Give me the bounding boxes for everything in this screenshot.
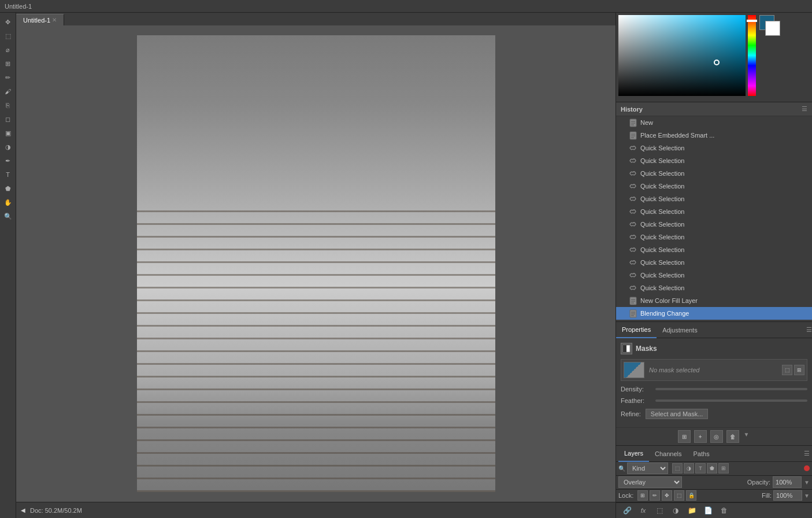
history-icon-12 [628,270,638,280]
props-action-view[interactable]: ◎ [710,430,723,443]
layer-link-btn[interactable]: 🔗 [621,504,633,517]
density-row: Density: [621,386,807,393]
canvas-image [137,35,495,492]
filter-type-icon[interactable]: T [695,463,706,473]
history-item-12[interactable]: Quick Selection [616,269,812,282]
layer-mask-btn[interactable]: ⬚ [653,504,666,517]
history-label-7: Quick Selection [640,208,684,215]
layer-folder-btn[interactable]: 📁 [685,504,698,517]
mask-btn-pixel[interactable]: ⬚ [782,365,792,375]
layer-new-btn[interactable]: 📄 [702,504,714,517]
layer-delete-btn[interactable]: 🗑 [718,504,731,517]
properties-actions: ⊞ + ◎ 🗑 ▼ [616,427,812,445]
lock-artboard-btn[interactable]: ⬚ [674,490,684,501]
pen-tool[interactable]: ✒ [2,154,14,167]
layer-adjustment-btn[interactable]: ◑ [669,504,682,517]
filter-pixel-icon[interactable]: ⬚ [672,463,683,473]
props-scroll-down[interactable]: ▼ [743,430,751,443]
layer-fx-btn[interactable]: fx [637,504,650,517]
eraser-tool[interactable]: ◻ [2,113,14,125]
tab-properties[interactable]: Properties [616,322,657,338]
history-item-14[interactable]: New Color Fill Layer [616,294,812,307]
tab-paths[interactable]: Paths [688,446,715,462]
history-item-15[interactable]: Blending Change [616,307,812,320]
lock-label: Lock: [618,492,633,499]
fill-dropdown[interactable]: ▼ [804,493,810,499]
select-and-mask-button[interactable]: Select and Mask... [646,409,709,419]
dodge-tool[interactable]: ◑ [2,140,14,153]
blend-mode-select[interactable]: Overlay Normal Multiply Screen Soft Ligh… [618,476,682,488]
zoom-tool[interactable]: 🔍 [2,210,14,223]
lock-all-btn[interactable]: 🔒 [686,490,696,501]
history-item-7[interactable]: Quick Selection [616,205,812,218]
foreground-background-swatches[interactable] [759,15,780,36]
lock-transparent-btn[interactable]: ⊞ [637,490,648,501]
props-action-add[interactable]: + [694,430,707,443]
tab-layers[interactable]: Layers [618,446,649,462]
history-item-6[interactable]: Quick Selection [616,193,812,205]
history-item-1[interactable]: Place Embedded Smart ... [616,129,812,142]
fill-input[interactable] [773,490,802,501]
history-item-9[interactable]: Quick Selection [616,231,812,243]
right-panel: History ☰ NewPlace Embedded Smart ...Qui… [616,13,812,518]
density-slider[interactable] [655,388,807,390]
top-bar: Untitled-1 [0,0,812,13]
history-item-5[interactable]: Quick Selection [616,180,812,193]
crop-tool[interactable]: ⊞ [2,57,14,70]
tab-channels[interactable]: Channels [649,446,687,462]
filter-active-indicator [804,465,810,471]
filter-shape-icon[interactable]: ⬟ [707,463,717,473]
history-label-8: Quick Selection [640,221,684,228]
history-item-0[interactable]: New [616,116,812,129]
color-hue-bar[interactable] [748,15,756,96]
tab-adjustments[interactable]: Adjustments [657,322,703,338]
selection-tool[interactable]: ⬚ [2,29,14,42]
layers-blend-row: Overlay Normal Multiply Screen Soft Ligh… [616,476,812,490]
filter-adjustment-icon[interactable]: ◑ [684,463,694,473]
properties-panel-menu[interactable]: ☰ [806,326,812,334]
gradient-tool[interactable]: ▣ [2,127,14,139]
color-spectrum[interactable] [618,15,746,96]
history-icon-9 [628,232,638,242]
props-action-grid[interactable]: ⊞ [678,430,691,443]
history-label-5: Quick Selection [640,183,684,190]
hue-slider [747,20,757,22]
opacity-input[interactable] [773,476,802,488]
history-panel-menu[interactable]: ☰ [802,105,807,113]
background-color-swatch[interactable] [765,21,780,36]
layer-filter-select[interactable]: Kind Name Effect Mode Attribute Color [627,462,668,474]
history-item-2[interactable]: Quick Selection [616,142,812,154]
layers-panel-menu[interactable]: ☰ [804,450,810,457]
nav-arrow-left[interactable]: ◀ [21,507,25,513]
history-item-3[interactable]: Quick Selection [616,154,812,167]
lock-position-btn[interactable]: ✥ [662,490,672,501]
canvas-tab-untitled[interactable]: Untitled-1 ✕ [16,14,64,25]
history-icon-11 [628,257,638,268]
history-label-12: Quick Selection [640,272,684,279]
history-icon-6 [628,194,638,204]
brush-tool[interactable]: 🖌 [2,85,14,98]
lock-pixels-btn[interactable]: ✏ [650,490,660,501]
move-tool[interactable]: ✥ [2,16,14,28]
canvas-viewport[interactable] [16,25,616,502]
history-icon-1 [628,130,638,140]
history-item-11[interactable]: Quick Selection [616,256,812,269]
text-tool[interactable]: T [2,168,14,181]
mask-btn-vector[interactable]: ⊞ [794,365,804,375]
props-action-delete[interactable]: 🗑 [726,430,739,443]
history-item-8[interactable]: Quick Selection [616,218,812,231]
filter-smart-icon[interactable]: ⊞ [718,463,729,473]
history-label-10: Quick Selection [640,246,684,253]
layers-tabs: Layers Channels Paths ☰ [616,446,812,462]
eyedropper-tool[interactable]: ✏ [2,71,14,84]
history-item-4[interactable]: Quick Selection [616,167,812,180]
clone-tool[interactable]: ⎘ [2,99,14,112]
history-item-10[interactable]: Quick Selection [616,243,812,256]
history-item-13[interactable]: Quick Selection [616,282,812,294]
lasso-tool[interactable]: ⌀ [2,43,14,56]
shape-tool[interactable]: ⬟ [2,182,14,195]
feather-slider[interactable] [655,399,807,402]
hand-tool[interactable]: ✋ [2,196,14,209]
opacity-dropdown[interactable]: ▼ [804,479,810,486]
canvas-area: Untitled-1 ✕ ◀ Doc: 50.2M/50.2M [16,13,616,518]
